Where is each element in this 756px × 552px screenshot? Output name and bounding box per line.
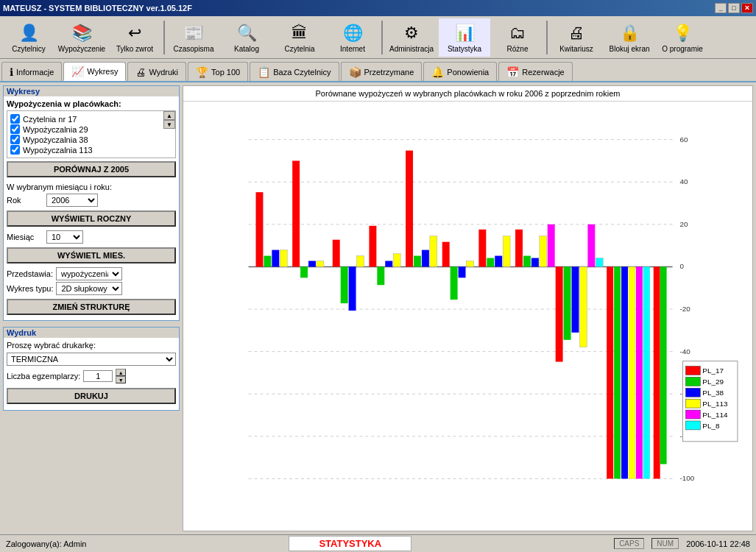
svg-rect-59 <box>614 266 621 478</box>
kwitariusz-icon: 🖨 <box>565 21 588 45</box>
toolbar-blokuj[interactable]: 🔒 Blokuj ekran <box>604 18 655 57</box>
scroll-down-btn[interactable]: ▼ <box>163 120 175 129</box>
copies-down[interactable]: ▼ <box>116 376 126 383</box>
tab-wykresy[interactable]: 📈 Wykresy <box>63 62 126 81</box>
toolbar-o-programie[interactable]: 💡 O programie <box>657 18 708 57</box>
administracja-label: Administracja <box>389 45 434 53</box>
printer-label: Proszę wybrać drukarkę: <box>7 341 176 350</box>
minimize-button[interactable]: _ <box>715 3 727 13</box>
czasopisma-icon: 📰 <box>182 21 205 45</box>
left-panel: Wykresy Wypożyczenia w placówkach: Czyte… <box>0 82 183 534</box>
wypozyczenie-icon: 📚 <box>70 21 93 45</box>
przedstawia-select[interactable]: wypożyczenia zwroty <box>56 267 122 280</box>
rok-select[interactable]: 2006 2005 2007 <box>46 194 98 207</box>
wydruk-title: Wydruk <box>4 328 179 338</box>
svg-rect-35 <box>406 151 413 267</box>
printer-select[interactable]: TERMICZNA HP LaserJet <box>7 353 176 366</box>
toolbar-czytelnia[interactable]: 🏛 Czytelnia <box>274 18 325 57</box>
change-structure-btn[interactable]: ZMIEŃ STRUKTURĘ <box>7 299 176 315</box>
miesiac-row: Miesiąc 10 1234 5678 91112 <box>7 230 176 244</box>
svg-text:PL_17: PL_17 <box>702 367 724 375</box>
baza-tab-label: Baza Czytelnicy <box>273 68 331 77</box>
checkbox-pl17[interactable]: Czytelnia nr 17 <box>10 114 160 124</box>
czytelnia-icon: 🏛 <box>288 21 311 45</box>
tab-rezerwacje[interactable]: 📅 Rezerwacje <box>498 62 572 81</box>
pl113-checkbox[interactable] <box>10 145 20 155</box>
toolbar-kwitariusz[interactable]: 🖨 Kwitariusz <box>551 18 602 57</box>
tab-baza-czytelnicy[interactable]: 📋 Baza Czytelnicy <box>250 62 339 81</box>
svg-rect-54 <box>572 266 579 332</box>
window-controls: _ □ ✕ <box>715 3 753 13</box>
miesiac-label: Miesiąc <box>7 233 43 241</box>
svg-rect-30 <box>357 256 364 267</box>
toolbar-tylko-zwrot[interactable]: ↩ Tylko zwrot <box>109 18 160 57</box>
svg-rect-34 <box>393 254 400 267</box>
svg-rect-20 <box>264 256 271 267</box>
toolbar-administracja[interactable]: ⚙ Administracja <box>386 18 437 57</box>
svg-rect-67 <box>685 367 700 375</box>
svg-rect-31 <box>369 226 376 267</box>
svg-rect-26 <box>317 261 324 266</box>
rok-row: Rok 2006 2005 2007 <box>7 194 176 207</box>
katalog-icon: 🔍 <box>235 21 258 45</box>
wykres-typ-select[interactable]: 2D słupkowy 2D liniowy 3D słupkowy <box>56 282 122 295</box>
svg-rect-50 <box>540 236 547 267</box>
maximize-button[interactable]: □ <box>728 3 740 13</box>
svg-rect-58 <box>607 266 613 478</box>
print-group: Wydruk Proszę wybrać drukarkę: TERMICZNA… <box>3 327 180 411</box>
scroll-up-btn[interactable]: ▲ <box>163 111 175 120</box>
toolbar: 👤 Czytelnicy 📚 Wypożyczenie ↩ Tylko zwro… <box>0 16 756 59</box>
pl29-checkbox[interactable] <box>10 124 20 134</box>
ponowienia-tab-icon: 🔔 <box>431 66 444 78</box>
svg-text:-40: -40 <box>679 347 690 355</box>
copies-up[interactable]: ▲ <box>116 369 126 376</box>
wykresy-tab-label: Wykresy <box>87 67 118 76</box>
checkbox-pl29[interactable]: Wypożyczalnia 29 <box>10 124 160 134</box>
czasopisma-label: Czasopisma <box>173 45 213 53</box>
compare-btn[interactable]: PORÓWNAJ Z 2005 <box>7 161 176 177</box>
toolbar-internet[interactable]: 🌐 Internet <box>327 18 378 57</box>
tab-przetrzymane[interactable]: 📦 Przetrzymane <box>341 62 423 81</box>
toolbar-czasopisma[interactable]: 📰 Czasopisma <box>168 18 219 57</box>
wypozyczenie-label: Wypożyczenie <box>58 45 105 53</box>
copies-input[interactable] <box>83 370 113 382</box>
display-annual-btn[interactable]: WYŚWIETL ROCZNY <box>7 210 176 227</box>
blokuj-label: Blokuj ekran <box>609 45 649 53</box>
toolbar-rozne[interactable]: 🗂 Różne <box>492 18 543 57</box>
o-programie-label: O programie <box>662 45 703 53</box>
toolbar-katalog[interactable]: 🔍 Katalog <box>221 18 272 57</box>
tab-top100[interactable]: 🏆 Top 100 <box>188 62 248 81</box>
checkbox-pl38[interactable]: Wypożyczalnia 38 <box>10 135 160 144</box>
rezerwacje-tab-icon: 📅 <box>506 66 519 78</box>
wykres-typ-row: Wykres typu: 2D słupkowy 2D liniowy 3D s… <box>7 282 176 295</box>
checkbox-pl113[interactable]: Wypożyczalnia 113 <box>10 145 160 155</box>
svg-rect-28 <box>341 266 348 303</box>
rozne-label: Różne <box>507 45 529 53</box>
toolbar-czytelnicy[interactable]: 👤 Czytelnicy <box>3 18 54 57</box>
svg-text:PL_29: PL_29 <box>702 378 724 386</box>
pl38-checkbox[interactable] <box>10 135 20 144</box>
svg-rect-75 <box>685 410 700 419</box>
svg-rect-24 <box>300 266 308 277</box>
katalog-label: Katalog <box>234 45 259 53</box>
svg-text:PL_38: PL_38 <box>702 389 724 397</box>
wypozyczenia-title: Wypożyczenia w placówkach: <box>7 99 176 108</box>
svg-rect-60 <box>621 266 628 478</box>
toolbar-statystyka[interactable]: 📊 Statystyka <box>439 18 490 57</box>
svg-text:PL_113: PL_113 <box>702 400 728 408</box>
close-button[interactable]: ✕ <box>741 3 753 13</box>
logged-as: Zalogowany(a): Admin <box>6 539 86 548</box>
kwitariusz-label: Kwitariusz <box>559 45 593 53</box>
baza-tab-icon: 📋 <box>258 66 270 78</box>
pl17-checkbox[interactable] <box>10 114 20 124</box>
toolbar-wypozyczenie[interactable]: 📚 Wypożyczenie <box>56 18 107 57</box>
tab-wydruki[interactable]: 🖨 Wydruki <box>127 62 186 81</box>
print-btn[interactable]: DRUKUJ <box>7 388 176 404</box>
status-bar: Zalogowany(a): Admin STATYSTYKA CAPS NUM… <box>0 534 756 552</box>
rezerwacje-tab-label: Rezerwacje <box>522 68 564 77</box>
rok-label: Rok <box>7 196 43 205</box>
miesiac-select[interactable]: 10 1234 5678 91112 <box>46 230 83 244</box>
display-month-btn[interactable]: WYŚWIETL MIES. <box>7 247 176 263</box>
tab-informacje[interactable]: ℹ Informacje <box>1 62 62 81</box>
tab-ponowienia[interactable]: 🔔 Ponowienia <box>423 62 497 81</box>
